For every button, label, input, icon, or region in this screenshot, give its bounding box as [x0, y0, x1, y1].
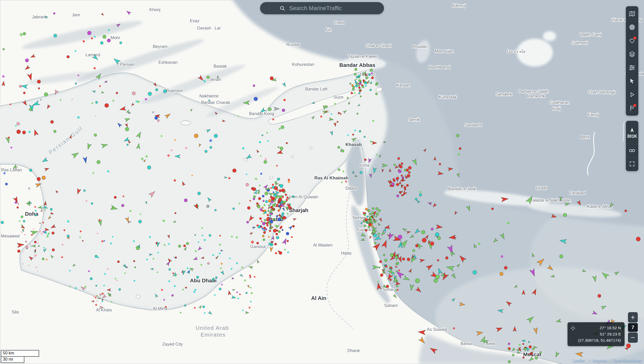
vessel-marker[interactable] — [262, 228, 264, 230]
vessel-marker[interactable] — [265, 158, 267, 160]
vessel-marker[interactable] — [254, 97, 258, 101]
vessel-marker[interactable] — [283, 99, 286, 101]
vessel-marker[interactable] — [375, 93, 378, 95]
vessel-marker[interactable] — [23, 32, 26, 35]
vessel-marker[interactable] — [286, 232, 289, 235]
vessel-marker[interactable] — [216, 258, 217, 259]
vessel-marker[interactable] — [178, 245, 181, 247]
vessel-marker[interactable] — [19, 220, 20, 222]
vessel-marker[interactable] — [276, 230, 278, 232]
vessel-marker[interactable] — [92, 102, 93, 104]
vessel-marker[interactable] — [75, 50, 76, 52]
vessel-marker[interactable] — [431, 228, 433, 230]
vessel-marker[interactable] — [278, 230, 281, 233]
vessel-marker[interactable] — [220, 267, 222, 269]
vessel-marker[interactable] — [266, 132, 268, 134]
vessel-marker[interactable] — [268, 210, 269, 212]
vessel-marker[interactable] — [507, 222, 509, 224]
vessel-marker[interactable] — [404, 189, 406, 190]
vessel-marker[interactable] — [273, 229, 276, 232]
vessel-marker[interactable] — [379, 267, 380, 268]
vessel-marker[interactable] — [99, 85, 101, 87]
vessel-marker[interactable] — [127, 144, 128, 145]
vessel-marker[interactable] — [201, 227, 203, 229]
vessel-marker[interactable] — [148, 92, 152, 96]
vessel-marker[interactable] — [198, 192, 201, 195]
vessel-marker[interactable] — [354, 73, 356, 75]
vessel-marker[interactable] — [365, 229, 367, 232]
vessel-marker[interactable] — [281, 215, 283, 217]
leaflet-link[interactable]: Leaflet — [572, 359, 585, 363]
vessel-marker[interactable] — [392, 272, 394, 274]
vessel-marker[interactable] — [262, 195, 264, 197]
vessel-marker[interactable] — [221, 284, 223, 285]
vessel-marker[interactable] — [114, 196, 116, 198]
vessel-marker[interactable] — [249, 200, 251, 202]
vessel-marker[interactable] — [342, 171, 344, 172]
vessel-marker[interactable] — [347, 134, 349, 136]
vessel-marker[interactable] — [281, 226, 283, 228]
vessel-marker[interactable] — [368, 209, 370, 212]
vessel-marker[interactable] — [265, 192, 268, 195]
vessel-marker[interactable] — [532, 348, 534, 350]
vessel-marker[interactable] — [270, 206, 273, 209]
vessel-marker[interactable] — [270, 220, 273, 223]
vessel-marker[interactable] — [43, 247, 45, 249]
vessel-marker[interactable] — [278, 218, 281, 221]
vessel-marker[interactable] — [249, 307, 250, 308]
vessel-marker[interactable] — [504, 266, 507, 269]
vessel-marker[interactable] — [280, 228, 281, 229]
vessel-marker[interactable] — [280, 184, 283, 188]
vessel-marker[interactable] — [262, 135, 263, 136]
vessel-marker[interactable] — [44, 231, 46, 234]
vessel-marker[interactable] — [219, 244, 221, 246]
vessel-marker[interactable] — [236, 236, 238, 238]
vessel-marker[interactable] — [274, 243, 277, 245]
vessel-marker[interactable] — [263, 239, 265, 241]
vessel-marker[interactable] — [215, 209, 216, 211]
vessel-marker[interactable] — [51, 120, 54, 123]
vessel-marker[interactable] — [212, 280, 214, 281]
vessel-marker[interactable] — [260, 218, 262, 220]
vessel-marker[interactable] — [246, 292, 247, 294]
vessel-marker[interactable] — [258, 192, 260, 194]
vessel-marker[interactable] — [247, 206, 250, 209]
vessel-marker[interactable] — [35, 214, 37, 216]
vessel-marker[interactable] — [376, 207, 378, 210]
vessel-marker[interactable] — [369, 213, 371, 215]
vessel-marker[interactable] — [435, 275, 439, 279]
vessel-marker[interactable] — [152, 111, 154, 113]
vessel-marker[interactable] — [77, 116, 80, 118]
vessel-marker[interactable] — [396, 183, 399, 186]
vessel-marker[interactable] — [132, 92, 136, 95]
vessel-marker[interactable] — [202, 235, 203, 236]
vessel-marker[interactable] — [253, 195, 256, 198]
mapbox-link[interactable]: Mapbox — [592, 359, 607, 363]
vessel-marker[interactable] — [25, 241, 27, 242]
vessel-marker[interactable] — [26, 246, 28, 248]
vessel-marker[interactable] — [38, 88, 40, 89]
vessel-marker[interactable] — [17, 122, 19, 125]
vessel-marker[interactable] — [23, 92, 25, 94]
vessel-marker[interactable] — [207, 262, 209, 264]
vessel-marker[interactable] — [94, 134, 97, 137]
vessel-marker[interactable] — [355, 68, 357, 71]
vessel-marker[interactable] — [529, 346, 532, 348]
vessel-marker[interactable] — [43, 231, 45, 233]
vessel-marker[interactable] — [598, 294, 601, 298]
vessel-marker[interactable] — [356, 76, 357, 78]
vessel-marker[interactable] — [390, 268, 391, 270]
vessel-marker[interactable] — [385, 265, 387, 268]
vessel-marker[interactable] — [138, 220, 142, 223]
vessel-marker[interactable] — [372, 207, 374, 210]
vessel-marker[interactable] — [229, 257, 230, 259]
vessel-marker[interactable] — [174, 139, 176, 141]
vessel-marker[interactable] — [25, 59, 29, 62]
vessel-marker[interactable] — [262, 222, 265, 225]
vessel-marker[interactable] — [374, 221, 376, 223]
vessel-marker[interactable] — [407, 174, 410, 177]
vessel-marker[interactable] — [292, 225, 295, 227]
vessel-marker[interactable] — [397, 289, 398, 291]
vessel-marker[interactable] — [517, 349, 519, 351]
vessel-marker[interactable] — [288, 179, 290, 181]
